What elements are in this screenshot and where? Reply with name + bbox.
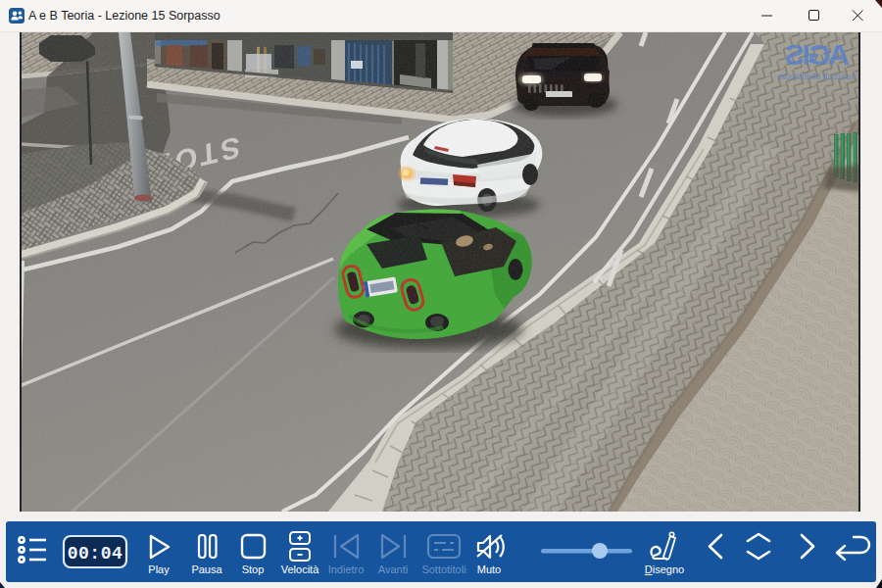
svg-text:00:04: 00:04 bbox=[68, 544, 123, 564]
